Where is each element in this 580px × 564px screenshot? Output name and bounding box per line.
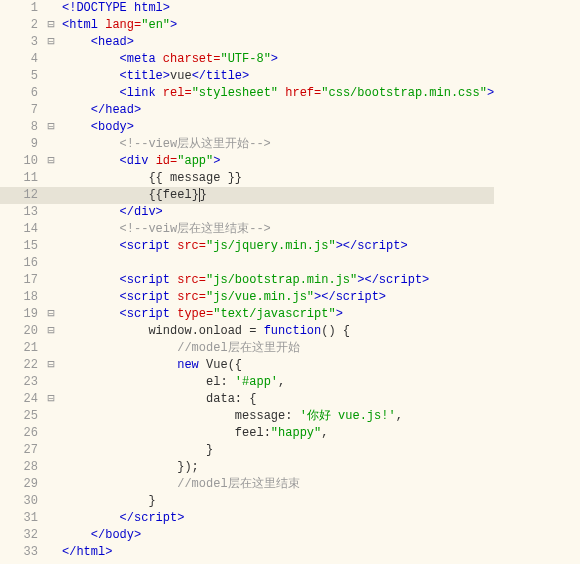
code-content[interactable]: <meta charset="UTF-8"> <box>58 51 278 68</box>
code-line[interactable]: 32 </body> <box>0 527 494 544</box>
code-content[interactable]: <script src="js/jquery.min.js"></script> <box>58 238 408 255</box>
fold-marker[interactable]: ⊟ <box>44 306 58 323</box>
code-line[interactable]: 5 <title>vue</title> <box>0 68 494 85</box>
line-number: 11 <box>0 170 44 187</box>
code-line[interactable]: 19⊟ <script type="text/javascript"> <box>0 306 494 323</box>
code-content[interactable]: <link rel="stylesheet" href="css/bootstr… <box>58 85 494 102</box>
code-line[interactable]: 29 //model层在这里结束 <box>0 476 494 493</box>
code-content[interactable]: <!DOCTYPE html> <box>58 0 170 17</box>
code-line[interactable]: 24⊟ data: { <box>0 391 494 408</box>
code-line[interactable]: 20⊟ window.onload = function() { <box>0 323 494 340</box>
code-content[interactable]: </body> <box>58 527 141 544</box>
code-content[interactable]: //model层在这里结束 <box>58 476 300 493</box>
fold-marker <box>44 51 58 68</box>
fold-marker <box>44 289 58 306</box>
line-number: 16 <box>0 255 44 272</box>
code-content[interactable]: <head> <box>58 34 134 51</box>
code-content[interactable]: </head> <box>58 102 141 119</box>
line-number: 30 <box>0 493 44 510</box>
fold-marker <box>44 476 58 493</box>
code-line[interactable]: 12 {{feel}} <box>0 187 494 204</box>
fold-marker <box>44 85 58 102</box>
code-content[interactable]: new Vue({ <box>58 357 242 374</box>
code-content[interactable]: <!--veiw层在这里结束--> <box>58 221 271 238</box>
code-content[interactable]: </div> <box>58 204 163 221</box>
code-line[interactable]: 27 } <box>0 442 494 459</box>
fold-marker <box>44 340 58 357</box>
code-line[interactable]: 1<!DOCTYPE html> <box>0 0 494 17</box>
fold-marker[interactable]: ⊟ <box>44 323 58 340</box>
line-number: 1 <box>0 0 44 17</box>
line-number: 10 <box>0 153 44 170</box>
code-line[interactable]: 6 <link rel="stylesheet" href="css/boots… <box>0 85 494 102</box>
line-number: 2 <box>0 17 44 34</box>
code-content[interactable]: <script src="js/vue.min.js"></script> <box>58 289 386 306</box>
fold-marker <box>44 102 58 119</box>
code-line[interactable]: 30 } <box>0 493 494 510</box>
code-line[interactable]: 26 feel:"happy", <box>0 425 494 442</box>
fold-marker <box>44 374 58 391</box>
code-line[interactable]: 17 <script src="js/bootstrap.min.js"></s… <box>0 272 494 289</box>
code-line[interactable]: 15 <script src="js/jquery.min.js"></scri… <box>0 238 494 255</box>
code-content[interactable] <box>58 255 62 272</box>
code-content[interactable]: <script src="js/bootstrap.min.js"></scri… <box>58 272 429 289</box>
line-number: 24 <box>0 391 44 408</box>
code-content[interactable]: {{feel}} <box>58 187 207 204</box>
code-line[interactable]: 18 <script src="js/vue.min.js"></script> <box>0 289 494 306</box>
code-content[interactable]: </html> <box>58 544 112 561</box>
code-line[interactable]: 2⊟<html lang="en"> <box>0 17 494 34</box>
code-content[interactable]: <div id="app"> <box>58 153 220 170</box>
code-content[interactable]: }); <box>58 459 199 476</box>
fold-marker[interactable]: ⊟ <box>44 17 58 34</box>
code-line[interactable]: 23 el: '#app', <box>0 374 494 391</box>
code-content[interactable]: data: { <box>58 391 256 408</box>
line-number: 12 <box>0 187 44 204</box>
line-number: 5 <box>0 68 44 85</box>
code-content[interactable]: feel:"happy", <box>58 425 328 442</box>
code-content[interactable]: message: '你好 vue.js!', <box>58 408 403 425</box>
fold-marker <box>44 544 58 561</box>
fold-marker <box>44 170 58 187</box>
code-line[interactable]: 21 //model层在这里开始 <box>0 340 494 357</box>
fold-marker <box>44 459 58 476</box>
code-line[interactable]: 16 <box>0 255 494 272</box>
line-number: 21 <box>0 340 44 357</box>
code-content[interactable]: <script type="text/javascript"> <box>58 306 343 323</box>
code-content[interactable]: <html lang="en"> <box>58 17 177 34</box>
code-line[interactable]: 25 message: '你好 vue.js!', <box>0 408 494 425</box>
fold-marker <box>44 136 58 153</box>
code-line[interactable]: 8⊟ <body> <box>0 119 494 136</box>
fold-marker[interactable]: ⊟ <box>44 34 58 51</box>
code-line[interactable]: 4 <meta charset="UTF-8"> <box>0 51 494 68</box>
fold-marker[interactable]: ⊟ <box>44 153 58 170</box>
code-content[interactable]: window.onload = function() { <box>58 323 350 340</box>
code-line[interactable]: 13 </div> <box>0 204 494 221</box>
code-line[interactable]: 10⊟ <div id="app"> <box>0 153 494 170</box>
line-number: 4 <box>0 51 44 68</box>
code-editor[interactable]: 1<!DOCTYPE html>2⊟<html lang="en">3⊟ <he… <box>0 0 580 561</box>
fold-marker[interactable]: ⊟ <box>44 391 58 408</box>
code-line[interactable]: 11 {{ message }} <box>0 170 494 187</box>
fold-marker[interactable]: ⊟ <box>44 119 58 136</box>
code-content[interactable]: } <box>58 493 156 510</box>
code-content[interactable]: el: '#app', <box>58 374 285 391</box>
code-line[interactable]: 3⊟ <head> <box>0 34 494 51</box>
fold-marker[interactable]: ⊟ <box>44 357 58 374</box>
code-content[interactable]: <title>vue</title> <box>58 68 249 85</box>
code-line[interactable]: 28 }); <box>0 459 494 476</box>
code-content[interactable]: <!--view层从这里开始--> <box>58 136 271 153</box>
fold-marker <box>44 255 58 272</box>
code-content[interactable]: <body> <box>58 119 134 136</box>
code-line[interactable]: 7 </head> <box>0 102 494 119</box>
code-content[interactable]: //model层在这里开始 <box>58 340 300 357</box>
code-content[interactable]: {{ message }} <box>58 170 242 187</box>
line-number: 22 <box>0 357 44 374</box>
line-number: 8 <box>0 119 44 136</box>
code-content[interactable]: </script> <box>58 510 184 527</box>
code-line[interactable]: 9 <!--view层从这里开始--> <box>0 136 494 153</box>
code-line[interactable]: 14 <!--veiw层在这里结束--> <box>0 221 494 238</box>
code-content[interactable]: } <box>58 442 213 459</box>
code-line[interactable]: 33</html> <box>0 544 494 561</box>
code-line[interactable]: 31 </script> <box>0 510 494 527</box>
code-line[interactable]: 22⊟ new Vue({ <box>0 357 494 374</box>
